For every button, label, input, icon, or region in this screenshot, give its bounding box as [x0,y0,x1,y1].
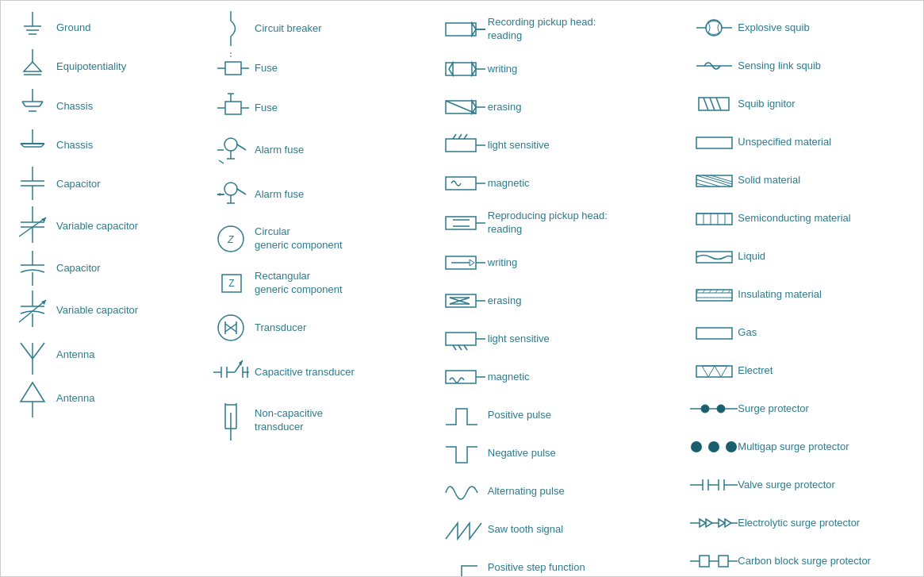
label-surge-protector: Surge protector [738,402,915,416]
item-fuse1: Fuse [207,48,432,88]
label-variable-capacitor1: Variable capacitor [56,220,199,233]
svg-line-127 [453,345,456,350]
symbol-antenna1 [9,335,56,375]
item-alarm-fuse2: Alarm fuse [207,172,432,217]
svg-rect-49 [225,102,241,114]
symbol-surge-protector [690,398,738,419]
item-unspecified-material: Unspecified material [690,123,915,161]
item-alternating-pulse: Alternating pulse [440,472,683,510]
symbol-alternating-pulse [440,474,488,509]
symbol-variable-capacitor2 [9,290,56,330]
main-container: Ground Equipotentiality [1,1,923,576]
svg-point-174 [691,441,702,452]
svg-point-175 [708,441,719,452]
label-fuse2: Fuse [255,102,432,115]
symbol-electrolytic-surge [690,513,738,533]
item-valve-surge: Valve surge protector [690,466,915,504]
svg-rect-165 [696,328,732,339]
svg-line-11 [22,102,25,106]
svg-point-170 [701,405,709,413]
svg-text:Z: Z [227,234,234,245]
label-capacitor2: Capacitor [56,262,199,275]
item-electrolytic-surge: Electrolytic surge protector [690,504,915,542]
item-saw-tooth: Saw tooth signal [440,510,683,548]
svg-line-139 [704,98,708,110]
label-alarm-fuse2: Alarm fuse [255,188,432,202]
label-rec-light: light sensitive [488,139,683,152]
svg-marker-65 [217,193,220,196]
item-sensing-link-squib: Sensing link squib [690,47,915,85]
symbol-rec-erasing [440,96,488,118]
label-insulating-material: Insulating material [738,288,915,302]
label-squib-ignitor: Squib ignitor [738,98,915,111]
label-antenna1: Antenna [56,348,199,362]
item-rec-light: light sensitive [440,126,683,164]
column-3: Recording pickup head: reading writing [436,9,687,568]
symbol-rep-magnetic [440,366,488,388]
svg-line-107 [458,134,462,139]
item-rec-writing: writing [440,50,683,88]
label-circuit-breaker: Circuit breaker [255,22,432,36]
label-sensing-link-squib: Sensing link squib [738,60,915,73]
symbol-multigap-surge [690,437,738,457]
label-chassis1: Chassis [56,100,199,113]
label-rec-erasing: erasing [488,101,683,114]
svg-line-57 [237,144,246,150]
label-gas: Gas [738,326,915,340]
label-rectangular-generic: Rectangular generic component [255,270,432,297]
svg-point-60 [224,183,237,195]
item-circuit-breaker: Circuit breaker [207,9,432,48]
item-insulating-material: Insulating material [690,275,915,314]
item-non-capacitive-transducer: Non-capacitive transducer [207,394,432,447]
column-4: Explosive squib Sensing link squib S [686,9,919,568]
symbol-negative-pulse [440,436,488,471]
item-rec-erasing: erasing [440,88,683,126]
symbol-capacitive-transducer [207,352,255,392]
svg-line-39 [33,343,44,359]
item-rep-magnetic: magnetic [440,358,683,396]
symbol-positive-pulse [440,398,488,433]
symbol-valve-surge [690,475,738,495]
symbol-antenna2 [9,379,56,417]
symbol-rep-light [440,328,488,350]
label-transducer: Transducer [255,321,432,335]
svg-marker-5 [24,62,41,71]
symbol-circuit-breaker [207,11,255,46]
svg-line-12 [40,102,43,106]
item-semiconducting-material: Semiconducting material [690,199,915,237]
label-rec-writing: writing [488,63,683,76]
item-gas: Gas [690,314,915,352]
label-explosive-squib: Explosive squib [738,21,915,35]
svg-marker-185 [700,519,706,527]
svg-rect-130 [446,371,476,383]
label-valve-surge: Valve surge protector [738,479,915,492]
svg-point-54 [224,138,237,151]
symbol-squib-ignitor [690,91,738,117]
item-explosive-squib: Explosive squib [690,9,915,47]
svg-rect-111 [446,217,476,229]
symbol-ground [9,12,56,44]
item-multigap-surge: Multigap surge protector [690,428,915,466]
item-capacitor1: Capacitor [9,164,199,204]
item-variable-capacitor2: Variable capacitor [9,288,199,333]
item-electret: Electret [690,352,915,390]
label-variable-capacitor2: Variable capacitor [56,304,199,317]
svg-marker-98 [449,63,453,75]
svg-line-58 [219,160,224,163]
item-alarm-fuse1: Alarm fuse [207,128,432,172]
label-alternating-pulse: Alternating pulse [488,485,683,498]
svg-rect-192 [700,556,709,567]
label-circular-generic: Circular generic component [255,225,432,252]
item-rec-magnetic: magnetic [440,164,683,202]
svg-marker-168 [715,366,727,377]
symbol-alarm-fuse2 [207,175,255,214]
label-rep-erasing: erasing [488,294,683,308]
label-semiconducting-material: Semiconducting material [738,212,915,225]
label-rep-writing: writing [488,256,683,270]
symbol-explosive-squib [690,15,738,40]
item-positive-pulse: Positive pulse [440,396,683,434]
svg-marker-41 [21,383,44,402]
item-circular-generic: Z Circular generic component [207,217,432,261]
label-unspecified-material: Unspecified material [738,136,915,149]
column-1: Ground Equipotentiality [5,9,203,568]
